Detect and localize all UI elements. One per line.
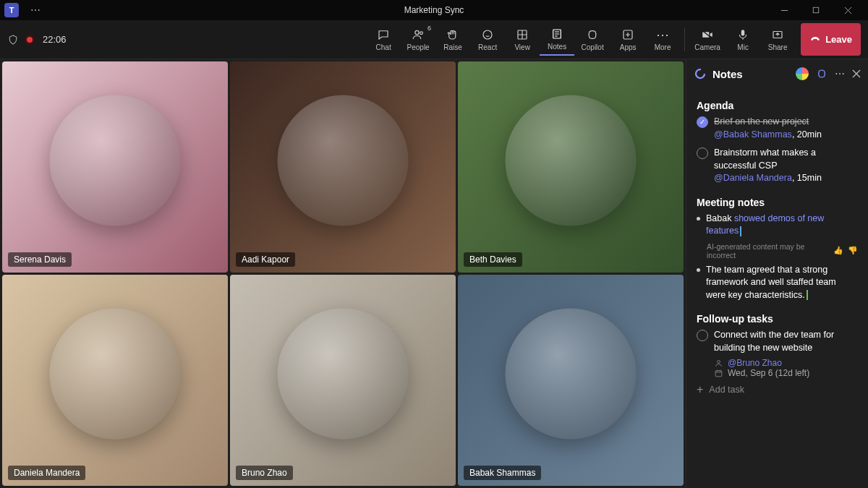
raise-label: Raise — [443, 43, 462, 51]
note-prefix: Babak — [706, 213, 734, 223]
more-label: More — [655, 43, 671, 51]
video-tile[interactable]: Serena Davis — [2, 61, 228, 273]
panel-close-icon[interactable] — [852, 69, 861, 78]
chat-button[interactable]: Chat — [366, 23, 401, 56]
task-assignee[interactable]: @Bruno Zhao — [728, 358, 782, 368]
apps-button[interactable]: Apps — [610, 23, 645, 56]
react-icon — [481, 28, 494, 41]
raise-hand-icon — [446, 28, 459, 41]
meeting-note[interactable]: The team agreed that a strong framework … — [697, 264, 858, 302]
ai-disclaimer: AI-generated content may be incorrect 👍 … — [707, 242, 858, 260]
svg-rect-0 — [813, 7, 819, 13]
bullet-icon — [697, 268, 700, 272]
leave-button[interactable]: Leave — [801, 23, 861, 56]
people-count: 6 — [427, 25, 431, 32]
window-close-button[interactable] — [832, 0, 864, 20]
agenda-mention[interactable]: @Daniela Mandera — [714, 173, 792, 183]
svg-rect-11 — [715, 370, 722, 376]
video-tile[interactable]: Daniela Mandera — [2, 275, 228, 486]
meeting-title: Marketing Sync — [404, 5, 464, 15]
video-tile[interactable]: Bruno Zhao — [230, 275, 456, 486]
task-due-row: Wed, Sep 6 (12d left) — [714, 368, 858, 378]
copilot-button[interactable]: Copilot — [574, 23, 610, 56]
person-icon — [714, 359, 723, 368]
task-text: Connect with the dev team for building t… — [714, 329, 858, 354]
chat-icon — [377, 28, 390, 41]
more-button[interactable]: ⋯ More — [645, 23, 680, 56]
react-label: React — [478, 43, 497, 51]
copilot-label: Copilot — [582, 43, 604, 51]
notes-header: Notes ⋯ — [686, 59, 868, 88]
participant-video — [458, 275, 684, 486]
video-tile[interactable]: Babak Shammas — [458, 275, 684, 486]
recording-icon — [25, 35, 35, 45]
meeting-timer: 22:06 — [43, 34, 67, 45]
video-tile[interactable]: Aadi Kapoor — [230, 61, 456, 273]
participant-video — [2, 61, 228, 273]
task-checkbox[interactable] — [697, 330, 708, 341]
followup-title: Follow-up tasks — [697, 313, 858, 325]
shield-icon — [7, 34, 19, 46]
people-button[interactable]: 6 People — [401, 23, 435, 56]
meeting-notes-title: Meeting notes — [697, 197, 858, 208]
task-due: Wed, Sep 6 (12d left) — [728, 368, 809, 378]
agenda-item[interactable]: Brief on the new project @Babak Shammas,… — [697, 116, 858, 141]
thumbs-down-icon[interactable]: 👎 — [848, 246, 858, 255]
react-button[interactable]: React — [470, 23, 505, 56]
notes-panel-title: Notes — [712, 68, 743, 80]
participant-name: Serena Davis — [8, 252, 72, 267]
thumbs-up-icon[interactable]: 👍 — [833, 246, 843, 255]
video-grid: Serena Davis Aadi Kapoor Beth Davies Dan… — [0, 59, 686, 488]
participant-video — [230, 275, 456, 486]
ai-disclaimer-text: AI-generated content may be incorrect — [707, 242, 833, 260]
participant-name: Bruno Zhao — [236, 466, 293, 480]
raise-button[interactable]: Raise — [435, 23, 470, 56]
participant-video — [458, 61, 684, 273]
meeting-note[interactable]: Babak showed demos of new features — [697, 213, 858, 238]
bullet-icon — [697, 217, 700, 221]
agenda-item[interactable]: Brainstorm what makes a successful CSP @… — [697, 147, 858, 185]
add-task-button[interactable]: + Add task — [697, 384, 858, 395]
chat-label: Chat — [376, 43, 391, 51]
participant-video — [230, 61, 456, 273]
notes-icon — [550, 27, 563, 40]
share-button[interactable]: Share — [760, 23, 795, 56]
svg-point-9 — [696, 69, 705, 78]
agenda-title: Agenda — [697, 100, 858, 111]
more-icon: ⋯ — [656, 28, 669, 41]
toolbar-divider — [684, 27, 685, 51]
participant-name: Daniela Mandera — [8, 466, 85, 480]
people-label: People — [407, 43, 430, 51]
view-label: View — [514, 43, 530, 51]
video-tile[interactable]: Beth Davies — [458, 61, 684, 273]
svg-point-10 — [718, 360, 720, 363]
agenda-checkbox[interactable] — [697, 147, 708, 159]
titlebar-more-icon[interactable]: ⋯ — [30, 4, 41, 16]
panel-more-icon[interactable]: ⋯ — [835, 68, 845, 80]
copilot-small-icon[interactable] — [816, 68, 827, 80]
window-maximize-button[interactable] — [800, 0, 832, 20]
calendar-icon — [714, 369, 723, 378]
svg-point-1 — [415, 30, 419, 34]
view-button[interactable]: View — [505, 23, 540, 56]
apps-label: Apps — [620, 43, 637, 51]
agenda-mention[interactable]: @Babak Shammas — [714, 129, 792, 140]
window-minimize-button[interactable] — [768, 0, 800, 20]
agenda-duration: 20min — [797, 129, 822, 140]
share-icon — [771, 28, 784, 41]
view-icon — [516, 28, 529, 41]
notes-button[interactable]: Notes — [540, 23, 574, 56]
people-icon — [412, 28, 425, 41]
task-item[interactable]: Connect with the dev team for building t… — [697, 329, 858, 354]
participant-video — [2, 275, 228, 486]
notes-label: Notes — [548, 43, 566, 51]
camera-label: Camera — [694, 43, 720, 51]
agenda-checkbox-done[interactable] — [697, 116, 708, 128]
task-assignee-row: @Bruno Zhao — [714, 358, 858, 368]
camera-button[interactable]: Camera — [689, 23, 726, 56]
mic-button[interactable]: Mic — [726, 23, 760, 56]
notes-body[interactable]: Agenda Brief on the new project @Babak S… — [686, 88, 868, 488]
copilot-icon — [586, 28, 599, 41]
svg-point-2 — [420, 31, 423, 34]
presence-avatar-icon[interactable] — [796, 67, 809, 80]
